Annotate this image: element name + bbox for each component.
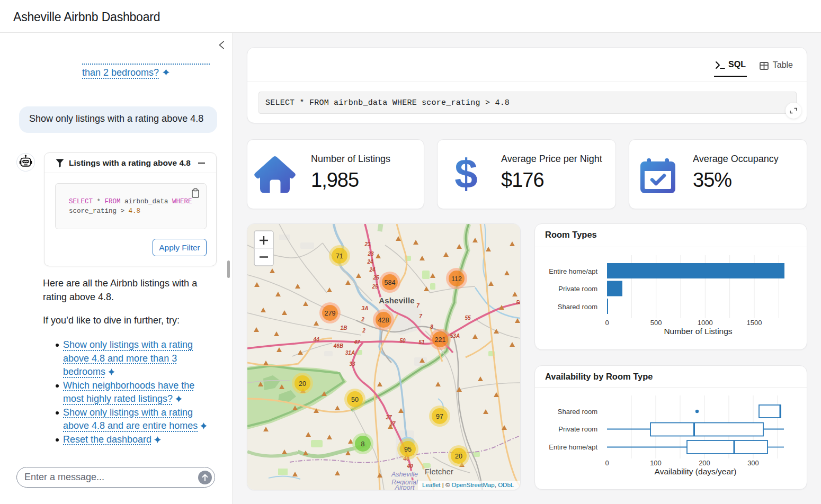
svg-text:0: 0	[605, 319, 609, 327]
svg-text:44: 44	[313, 337, 319, 343]
svg-text:Availability (days/year): Availability (days/year)	[655, 467, 737, 476]
svg-text:279: 279	[325, 310, 336, 317]
svg-text:100: 100	[650, 459, 662, 467]
svg-text:20: 20	[455, 453, 462, 460]
svg-text:50: 50	[351, 396, 359, 403]
svg-text:Airport: Airport	[395, 484, 415, 490]
svg-text:112: 112	[451, 275, 462, 283]
svg-text:500: 500	[650, 319, 662, 327]
svg-text:1000: 1000	[698, 319, 713, 327]
svg-text:Leaflet | © OpenStreetMap, ODb: Leaflet | © OpenStreetMap, ODbL	[422, 482, 514, 488]
svg-text:37: 37	[386, 415, 392, 420]
svg-text:428: 428	[378, 317, 389, 324]
svg-text:Asheville: Asheville	[391, 471, 418, 478]
svg-text:3A: 3A	[362, 305, 369, 311]
svg-text:59: 59	[516, 300, 520, 305]
svg-text:8: 8	[361, 440, 365, 448]
svg-text:20: 20	[299, 380, 306, 388]
svg-text:33: 33	[349, 361, 355, 367]
svg-text:25: 25	[371, 284, 378, 290]
svg-text:Number of Listings: Number of Listings	[664, 327, 732, 336]
svg-text:24: 24	[367, 259, 373, 265]
svg-text:51: 51	[418, 339, 425, 345]
svg-text:97: 97	[436, 413, 443, 420]
svg-text:55: 55	[465, 315, 471, 321]
svg-text:47: 47	[353, 339, 360, 345]
svg-text:584: 584	[385, 279, 396, 286]
svg-text:25: 25	[372, 275, 379, 281]
svg-text:300: 300	[747, 459, 759, 467]
svg-text:50: 50	[399, 338, 406, 344]
svg-text:23: 23	[364, 241, 371, 247]
svg-text:200: 200	[699, 459, 710, 467]
svg-text:Fletcher: Fletcher	[425, 467, 453, 476]
svg-text:Shared room: Shared room	[558, 303, 597, 311]
svg-text:Shared room: Shared room	[558, 408, 597, 416]
svg-text:Asheville: Asheville	[379, 296, 415, 305]
svg-text:24: 24	[369, 267, 376, 273]
svg-text:7: 7	[416, 303, 420, 309]
svg-text:2: 2	[361, 317, 364, 322]
svg-text:0: 0	[605, 459, 609, 467]
svg-text:Private room: Private room	[558, 285, 597, 293]
svg-text:53A: 53A	[450, 333, 460, 339]
svg-text:23: 23	[367, 251, 374, 257]
svg-text:46B: 46B	[333, 343, 343, 349]
svg-text:2: 2	[362, 328, 365, 334]
svg-text:1500: 1500	[747, 319, 762, 327]
svg-text:Private room: Private room	[558, 425, 597, 433]
svg-text:71: 71	[336, 253, 343, 260]
svg-text:$: $	[454, 155, 477, 195]
svg-text:40: 40	[406, 463, 413, 469]
svg-text:8: 8	[430, 324, 433, 330]
svg-text:1B: 1B	[341, 325, 347, 331]
svg-text:37: 37	[389, 421, 396, 427]
svg-text:31A: 31A	[345, 350, 355, 356]
svg-text:95: 95	[404, 446, 412, 453]
svg-text:Entire home/apt: Entire home/apt	[549, 443, 597, 451]
svg-text:Entire home/apt: Entire home/apt	[549, 267, 597, 275]
svg-text:7: 7	[419, 313, 422, 319]
svg-text:221: 221	[435, 336, 446, 344]
